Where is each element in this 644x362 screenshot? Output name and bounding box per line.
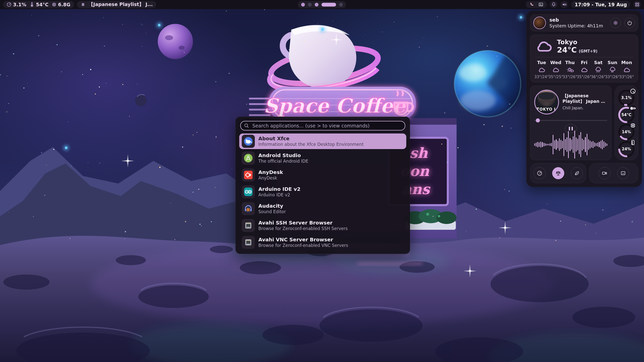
- xfce-icon: [242, 135, 255, 148]
- app-desc: Browse for Zeroconf-enabled VNC Servers: [258, 243, 348, 248]
- network-jack-icon: [242, 236, 255, 249]
- wallpaper-tray-icon[interactable]: [538, 2, 543, 7]
- weather-temp: 24°C: [557, 46, 577, 54]
- app-name: About Xfce: [258, 135, 364, 142]
- craters: [3, 246, 644, 362]
- scales-icon: [555, 170, 561, 176]
- notifications-button[interactable]: [550, 1, 557, 8]
- anydesk-icon: [242, 168, 255, 182]
- music-player-card: TOKYO L 【Japanese Playlist】 Japan All Ni…: [530, 85, 612, 160]
- sign-coffee-cup-icon: [394, 91, 413, 115]
- speedometer-icon: [537, 170, 542, 176]
- app-name: Arduino IDE v2: [258, 186, 300, 192]
- avatar: [533, 17, 546, 29]
- moon-ground: [0, 236, 644, 362]
- gauge-load: 3.1%: [618, 89, 635, 106]
- workspace-dot[interactable]: [321, 3, 336, 7]
- seek-knob[interactable]: [536, 118, 540, 122]
- thermometer-icon: [630, 105, 636, 111]
- balanced-profile-button[interactable]: [552, 167, 564, 179]
- pause-icon: [80, 2, 86, 7]
- volume-button[interactable]: [560, 1, 568, 8]
- app-desc: The official Android IDE: [258, 159, 308, 164]
- audio-visualizer: [534, 133, 607, 156]
- workspace-dot[interactable]: [308, 3, 312, 7]
- uptime-label: System Uptime: 4h11m: [549, 23, 607, 29]
- system-stats-pill[interactable]: 3.1% 54°C 6.8G: [3, 1, 74, 8]
- arduino-icon: [242, 185, 255, 198]
- clock-label: 17:09 - Tue, 19 Aug: [575, 2, 627, 7]
- forecast-day: Wed 35°/25°: [549, 60, 562, 79]
- chip-icon: [52, 2, 57, 7]
- now-playing-pill[interactable]: 【Japanese Playlist】 J...: [77, 1, 156, 8]
- power-button[interactable]: [624, 18, 635, 28]
- forecast-day: Thu 33°/26°: [563, 60, 577, 79]
- workspace-dot[interactable]: [315, 3, 318, 7]
- tray-pill[interactable]: [526, 1, 547, 8]
- now-playing-label: 【Japanese Playlist】 J...: [89, 1, 153, 8]
- search-bar[interactable]: [240, 121, 405, 130]
- memory-stat: 6.8G: [52, 2, 70, 7]
- gauge-temp: 54°C: [618, 106, 635, 123]
- track-title: 【Japanese Playlist】 Japan All Night - To…: [562, 93, 607, 104]
- screen-record-button[interactable]: [598, 167, 611, 179]
- app-name: Audacity: [258, 203, 286, 209]
- capture-card: [589, 163, 638, 183]
- gauge-disk: 24%: [618, 141, 635, 158]
- app-row-android-studio[interactable]: Android StudioThe official Android IDE: [239, 150, 406, 166]
- app-row-audacity[interactable]: AudacitySound Editor: [239, 201, 406, 216]
- control-panel: seb System Uptime: 4h11m Tokyo 24°C (GMT…: [526, 11, 642, 187]
- network-jack-icon: [242, 219, 255, 232]
- settings-button[interactable]: [610, 18, 621, 28]
- weather-cloud-icon: [535, 40, 553, 53]
- forecast-day: Tue 33°/24°: [535, 60, 548, 79]
- username: seb: [549, 17, 607, 23]
- screenshot-button[interactable]: [617, 167, 629, 179]
- cafe-sign-text: Space Coffee: [264, 94, 406, 117]
- gear-icon: [613, 20, 618, 26]
- forecast-row: Tue 33°/24° Wed 35°/25° Thu 33°/26° Fri …: [535, 60, 633, 79]
- speaker-icon: [562, 2, 567, 7]
- grid-icon: [635, 2, 640, 7]
- speedometer-icon: [7, 2, 12, 7]
- thermometer-icon: [29, 2, 34, 7]
- app-launcher: About XfceInformation about the Xfce Des…: [235, 117, 410, 254]
- speedometer-icon: [630, 88, 636, 94]
- sun-cloud-icon: [566, 67, 574, 73]
- app-row-avahi-ssh[interactable]: Avahi SSH Server BrowserBrowse for Zeroc…: [239, 218, 406, 233]
- divider: [535, 57, 633, 57]
- disk-icon: [630, 140, 636, 146]
- app-row-avahi-vnc[interactable]: Avahi VNC Server BrowserBrowse for Zeroc…: [239, 235, 406, 250]
- forecast-day: Sat 36°/26°: [591, 60, 605, 79]
- app-grid-button[interactable]: [633, 1, 641, 8]
- app-desc: Sound Editor: [258, 209, 286, 214]
- search-input[interactable]: [252, 123, 403, 129]
- workspace-indicator[interactable]: [298, 1, 346, 8]
- app-desc: Browse for Zeroconf-enabled SSH Servers: [258, 226, 348, 231]
- weather-timezone: (GMT+9): [579, 49, 597, 54]
- seek-slider[interactable]: [534, 118, 607, 121]
- weather-city: Tokyo: [557, 39, 597, 46]
- search-icon: [244, 123, 249, 128]
- phone-tray-icon[interactable]: [529, 2, 534, 7]
- performance-profile-button[interactable]: [534, 167, 546, 179]
- app-row-anydesk[interactable]: AnyDeskAnyDesk: [239, 167, 406, 183]
- app-row-about-xfce[interactable]: About XfceInformation about the Xfce Des…: [239, 133, 406, 149]
- clock-pill[interactable]: 17:09 - Tue, 19 Aug: [571, 1, 630, 8]
- app-row-arduino[interactable]: Arduino IDE v2Arduino IDE v2: [239, 184, 406, 200]
- forecast-day: Sun 33°/26°: [606, 60, 619, 79]
- storm-cloud-icon: [609, 67, 616, 73]
- app-list: About XfceInformation about the Xfce Des…: [239, 133, 406, 250]
- cloud-icon: [538, 67, 545, 73]
- app-name: Avahi VNC Server Browser: [258, 237, 348, 243]
- app-name: Avahi SSH Server Browser: [258, 220, 348, 226]
- app-desc: Information about the Xfce Desktop Envir…: [258, 142, 364, 147]
- audacity-icon: [242, 202, 255, 215]
- powersave-profile-button[interactable]: [571, 167, 583, 179]
- system-gauges: 3.1% 54°C 14% 24%: [615, 85, 638, 160]
- cloud-icon: [552, 67, 559, 73]
- app-desc: AnyDesk: [258, 175, 283, 181]
- workspace-dot[interactable]: [301, 3, 305, 7]
- workspace-dot[interactable]: [339, 3, 343, 7]
- top-bar: 3.1% 54°C 6.8G 【Japanese Playlist】 J... …: [0, 0, 644, 9]
